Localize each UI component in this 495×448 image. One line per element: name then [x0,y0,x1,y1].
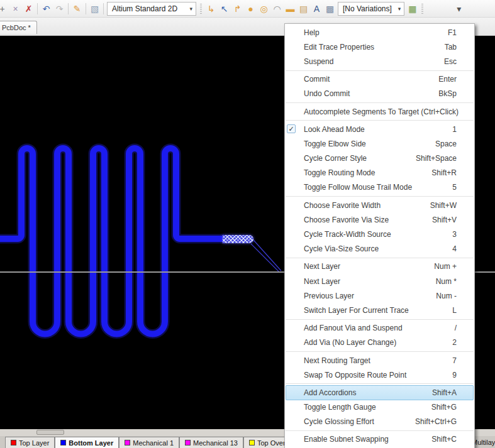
menu-item-label: Next Layer [304,262,340,271]
menu-item-label: Add Fanout Via and Suspend [304,324,403,332]
horizontal-scrollbar-thumb[interactable] [36,430,64,435]
undo-icon[interactable]: ↶ [40,2,53,16]
menu-separator [286,120,474,121]
menu-item-edit-trace-properties[interactable]: Edit Trace PropertiesTab [285,40,474,54]
layer-tab-label: Bottom Layer [69,439,113,447]
layer-color-swatch [185,440,191,445]
view-mode-combo-value: Altium Standard 2D [112,4,177,13]
toolbar-separator [86,3,86,14]
menu-item-shortcut: 7 [445,356,457,365]
snap-point-icon[interactable]: × [9,2,22,16]
pad-icon[interactable]: ● [244,2,257,16]
menu-item-shortcut: Tab [437,43,457,52]
snapshot-icon[interactable]: ▧ [88,2,101,16]
menu-item-enable-subnet-swapping[interactable]: Enable Subnet SwappingShift+C [285,432,474,447]
toolbar-items: +×✗↶↷✎▧Altium Standard 2D▾↳↖↱●◎◠▬▤A▩[No … [0,2,494,16]
menu-item-label: Suspend [304,57,333,66]
menu-item-suspend[interactable]: SuspendEsc [285,54,474,68]
chevron-down-icon[interactable]: ▾ [392,6,401,12]
menu-item-label: Toggle Routing Mode [304,168,375,177]
menu-item-commit[interactable]: CommitEnter [285,72,474,87]
variant-chip-icon[interactable]: ▦ [406,2,419,16]
menu-item-cycle-corner-style[interactable]: Cycle Corner StyleShift+Space [285,151,474,166]
fill-icon[interactable]: ▬ [284,2,297,16]
menu-item-label: Look Ahead Mode [304,125,365,134]
menu-item-shortcut: Shift+C [424,435,457,444]
document-tab-pcbdoc[interactable]: PcbDoc * [0,21,37,34]
menu-item-toggle-follow-mouse-trail-mode[interactable]: Toggle Follow Mouse Trail Mode5 [285,180,474,195]
menu-item-next-routing-target[interactable]: Next Routing Target7 [285,353,474,368]
view-mode-combo[interactable]: Altium Standard 2D▾ [107,2,196,16]
redo-icon[interactable]: ↷ [53,2,66,16]
menu-item-shortcut: 4 [445,244,457,253]
menu-item-label: Cycle Corner Style [304,154,367,163]
array-icon[interactable]: ▤ [297,2,310,16]
menu-item-label: Next Layer [304,277,340,286]
menu-item-label: Choose Favorite Via Size [304,216,389,224]
layer-color-swatch [11,440,16,445]
menu-item-shortcut: 1 [445,125,457,134]
menu-item-choose-favorite-via-size[interactable]: Choose Favorite Via SizeShift+V [285,212,474,227]
menu-separator [286,351,474,352]
arc-icon[interactable]: ◠ [270,2,284,16]
menu-item-switch-layer-for-current-trace[interactable]: Switch Layer For Current TraceL [285,303,474,317]
menu-item-shortcut: / [447,324,457,332]
menu-item-toggle-elbow-side[interactable]: Toggle Elbow SideSpace [285,136,474,151]
component-icon[interactable]: ▩ [323,2,336,16]
layer-tab-multilayer[interactable]: Multilayer [472,436,495,448]
menu-item-choose-favorite-width[interactable]: Choose Favorite WidthShift+W [285,198,474,212]
toolbar-grip[interactable] [421,4,423,14]
layer-tab-mechanical-13[interactable]: Mechanical 13 [179,437,243,448]
menu-item-help[interactable]: HelpF1 [285,25,474,40]
layer-tab-bottom-layer[interactable]: Bottom Layer [55,437,119,448]
menu-item-look-ahead-mode[interactable]: ✓Look Ahead Mode1 [285,122,474,136]
menu-separator [286,70,474,71]
layer-tab-mechanical-1[interactable]: Mechanical 1 [119,437,179,448]
menu-item-add-fanout-via-and-suspend[interactable]: Add Fanout Via and Suspend/ [285,321,474,336]
menu-item-toggle-length-gauge[interactable]: Toggle Length GaugeShift+G [285,400,474,415]
menu-item-label: Cycle Track-Width Source [304,230,391,239]
menu-item-swap-to-opposite-route-point[interactable]: Swap To Opposite Route Point9 [285,368,474,382]
layer-tab-top-layer[interactable]: Top Layer [5,437,55,448]
toolbar-dropdown-caret-icon[interactable]: ▾ [452,2,465,16]
menu-item-shortcut: Enter [431,75,457,84]
menu-item-label: Toggle Length Gauge [304,403,376,412]
clear-snap-icon[interactable]: ✗ [22,2,35,16]
chevron-down-icon[interactable]: ▾ [183,6,192,12]
menu-item-add-via-no-layer-change[interactable]: Add Via (No Layer Change)2 [285,336,474,350]
menu-item-undo-commit[interactable]: Undo CommitBkSp [285,87,474,101]
menu-item-autocomplete-segments-to-target-ctrl-click[interactable]: Autocomplete Segments To Target (Ctrl+Cl… [285,104,474,119]
menu-item-cycle-track-width-source[interactable]: Cycle Track-Width Source3 [285,227,474,241]
menu-item-shortcut: Shift+Ctrl+G [408,417,457,426]
layer-color-swatch [249,440,255,445]
diff-pair-route-icon[interactable]: ↱ [231,2,244,16]
document-tab-label: PcbDoc * [2,24,31,31]
menu-item-cycle-glossing-effort[interactable]: Cycle Glossing EffortShift+Ctrl+G [285,415,474,429]
layer-color-swatch [60,440,66,445]
menu-item-shortcut: F1 [440,28,457,37]
menu-item-next-layer[interactable]: Next LayerNum * [285,274,474,288]
crosshair-icon[interactable]: + [0,2,9,16]
menu-item-add-accordions[interactable]: Add AccordionsShift+A [286,385,474,400]
wand-icon[interactable]: ✎ [70,2,84,16]
menu-item-label: Add Accordions [304,388,356,397]
text-icon[interactable]: A [310,2,323,16]
menu-item-label: Toggle Elbow Side [304,139,366,148]
menu-item-cycle-via-size-source[interactable]: Cycle Via-Size Source4 [285,242,474,256]
via-icon[interactable]: ◎ [257,2,270,16]
menu-item-shortcut: Num + [426,262,457,271]
menu-item-shortcut: Shift+R [424,168,457,177]
menu-item-label: Autocomplete Segments To Target (Ctrl+Cl… [304,107,459,116]
menu-item-toggle-routing-mode[interactable]: Toggle Routing ModeShift+R [285,166,474,180]
context-menu: HelpF1Edit Trace PropertiesTabSuspendEsc… [284,23,475,448]
toolbar-grip[interactable] [200,4,202,14]
menu-item-label: Choose Favorite Width [304,201,381,210]
menu-separator [286,319,474,320]
menu-item-shortcut: 3 [445,230,457,239]
menu-item-label: Undo Commit [304,89,350,98]
menu-item-next-layer[interactable]: Next LayerNum + [285,260,474,274]
route-arrow-icon[interactable]: ↖ [218,2,231,16]
variations-combo[interactable]: [No Variations]▾ [338,2,404,16]
interactive-route-icon[interactable]: ↳ [204,2,218,16]
menu-item-previous-layer[interactable]: Previous LayerNum - [285,288,474,303]
